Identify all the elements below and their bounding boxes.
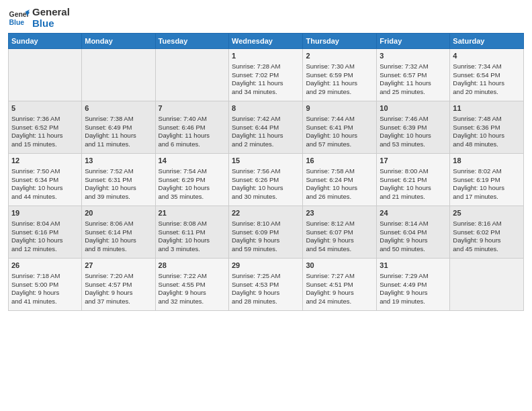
header-row: SundayMondayTuesdayWednesdayThursdayFrid… xyxy=(9,34,524,49)
day-cell-11: 11Sunrise: 7:48 AMSunset: 6:36 PMDayligh… xyxy=(450,101,524,154)
day-cell-18: 18Sunrise: 8:02 AMSunset: 6:19 PMDayligh… xyxy=(450,154,524,206)
logo-icon: General Blue xyxy=(8,7,30,29)
day-info: and 48 minutes. xyxy=(453,140,521,149)
day-info: Sunset: 6:09 PM xyxy=(232,228,300,237)
day-info: Sunrise: 7:46 AM xyxy=(380,115,447,124)
day-number: 20 xyxy=(85,208,152,218)
day-info: Daylight: 9 hours xyxy=(232,236,300,245)
day-number: 22 xyxy=(232,208,300,218)
day-info: Sunrise: 8:12 AM xyxy=(306,220,373,228)
col-header-sunday: Sunday xyxy=(9,34,82,49)
week-row-3: 12Sunrise: 7:50 AMSunset: 6:34 PMDayligh… xyxy=(9,154,524,206)
day-cell-21: 21Sunrise: 8:08 AMSunset: 6:11 PMDayligh… xyxy=(155,206,228,259)
day-number: 31 xyxy=(380,261,447,271)
day-info: Daylight: 9 hours xyxy=(306,289,373,298)
day-info: Sunrise: 8:06 AM xyxy=(85,220,152,228)
day-cell-8: 8Sunrise: 7:42 AMSunset: 6:44 PMDaylight… xyxy=(229,101,303,154)
day-info: Daylight: 11 hours xyxy=(380,79,447,88)
day-info: Daylight: 11 hours xyxy=(232,79,300,88)
col-header-wednesday: Wednesday xyxy=(229,34,303,49)
day-number: 18 xyxy=(453,156,521,166)
day-cell-16: 16Sunrise: 7:58 AMSunset: 6:24 PMDayligh… xyxy=(303,154,377,206)
day-cell-2: 2Sunrise: 7:30 AMSunset: 6:59 PMDaylight… xyxy=(303,49,377,101)
day-cell-23: 23Sunrise: 8:12 AMSunset: 6:07 PMDayligh… xyxy=(303,206,377,259)
day-info: and 11 minutes. xyxy=(85,140,152,149)
day-number: 2 xyxy=(306,51,373,61)
logo-blue: Blue xyxy=(32,18,70,30)
day-cell-22: 22Sunrise: 8:10 AMSunset: 6:09 PMDayligh… xyxy=(229,206,303,259)
day-info: Sunrise: 8:10 AM xyxy=(232,220,300,228)
day-info: Sunrise: 8:16 AM xyxy=(453,220,521,228)
day-info: and 34 minutes. xyxy=(232,88,300,97)
day-info: and 59 minutes. xyxy=(232,245,300,254)
day-cell-12: 12Sunrise: 7:50 AMSunset: 6:34 PMDayligh… xyxy=(9,154,82,206)
day-number: 27 xyxy=(85,261,152,271)
day-number: 26 xyxy=(11,261,79,271)
col-header-monday: Monday xyxy=(82,34,155,49)
empty-cell xyxy=(450,259,524,311)
day-info: Daylight: 11 hours xyxy=(306,79,373,88)
day-info: Daylight: 10 hours xyxy=(11,236,79,245)
day-number: 15 xyxy=(232,156,300,166)
day-info: Sunset: 4:57 PM xyxy=(85,281,152,289)
day-info: and 39 minutes. xyxy=(85,193,152,201)
day-info: and 17 minutes. xyxy=(453,193,521,201)
day-number: 7 xyxy=(159,103,226,113)
col-header-tuesday: Tuesday xyxy=(155,34,228,49)
day-info: Sunset: 6:46 PM xyxy=(159,124,226,132)
week-row-2: 5Sunrise: 7:36 AMSunset: 6:52 PMDaylight… xyxy=(9,101,524,154)
day-number: 30 xyxy=(306,261,373,271)
day-info: Daylight: 9 hours xyxy=(11,289,79,298)
day-info: Sunrise: 7:28 AM xyxy=(232,62,300,71)
day-info: Sunset: 6:59 PM xyxy=(306,71,373,80)
day-info: Sunset: 4:55 PM xyxy=(159,281,226,289)
day-number: 24 xyxy=(380,208,447,218)
day-info: Sunset: 6:54 PM xyxy=(453,71,521,80)
day-info: and 19 minutes. xyxy=(380,298,447,306)
day-info: Daylight: 9 hours xyxy=(380,236,447,245)
day-info: Daylight: 10 hours xyxy=(453,132,521,140)
day-info: and 12 minutes. xyxy=(11,245,79,254)
day-info: Daylight: 11 hours xyxy=(159,132,226,140)
day-info: Daylight: 9 hours xyxy=(159,289,226,298)
day-info: Sunrise: 8:04 AM xyxy=(11,220,79,228)
day-info: Daylight: 10 hours xyxy=(11,184,79,193)
day-info: Daylight: 10 hours xyxy=(306,132,373,140)
day-cell-25: 25Sunrise: 8:16 AMSunset: 6:02 PMDayligh… xyxy=(450,206,524,259)
day-number: 28 xyxy=(159,261,226,271)
day-info: and 53 minutes. xyxy=(380,140,447,149)
day-info: Sunset: 4:51 PM xyxy=(306,281,373,289)
day-info: Daylight: 10 hours xyxy=(85,184,152,193)
week-row-5: 26Sunrise: 7:18 AMSunset: 5:00 PMDayligh… xyxy=(9,259,524,311)
day-info: Sunset: 6:16 PM xyxy=(11,228,79,237)
day-cell-15: 15Sunrise: 7:56 AMSunset: 6:26 PMDayligh… xyxy=(229,154,303,206)
day-number: 11 xyxy=(453,103,521,113)
logo-general: General xyxy=(32,7,70,18)
day-info: Sunset: 4:53 PM xyxy=(232,281,300,289)
day-number: 4 xyxy=(453,51,521,61)
calendar-table: SundayMondayTuesdayWednesdayThursdayFrid… xyxy=(8,33,524,311)
day-info: Sunrise: 7:34 AM xyxy=(453,62,521,71)
day-number: 10 xyxy=(380,103,447,113)
day-info: Daylight: 10 hours xyxy=(159,236,226,245)
empty-cell xyxy=(82,49,155,101)
empty-cell xyxy=(9,49,82,101)
day-info: Daylight: 11 hours xyxy=(85,132,152,140)
day-info: Daylight: 10 hours xyxy=(232,184,300,193)
day-cell-17: 17Sunrise: 8:00 AMSunset: 6:21 PMDayligh… xyxy=(377,154,450,206)
day-info: Sunset: 6:07 PM xyxy=(306,228,373,237)
day-info: and 44 minutes. xyxy=(11,193,79,201)
day-info: and 57 minutes. xyxy=(306,140,373,149)
day-number: 13 xyxy=(85,156,152,166)
day-info: and 29 minutes. xyxy=(306,88,373,97)
day-info: Sunrise: 7:44 AM xyxy=(306,115,373,124)
day-cell-10: 10Sunrise: 7:46 AMSunset: 6:39 PMDayligh… xyxy=(377,101,450,154)
day-info: Sunset: 6:24 PM xyxy=(306,176,373,185)
day-info: and 3 minutes. xyxy=(159,245,226,254)
day-info: Sunrise: 8:08 AM xyxy=(159,220,226,228)
day-info: Daylight: 10 hours xyxy=(453,184,521,193)
day-number: 14 xyxy=(159,156,226,166)
day-info: Daylight: 10 hours xyxy=(380,184,447,193)
page-container: General Blue General Blue SundayMondayTu… xyxy=(0,0,532,315)
day-info: Sunrise: 7:56 AM xyxy=(232,167,300,176)
